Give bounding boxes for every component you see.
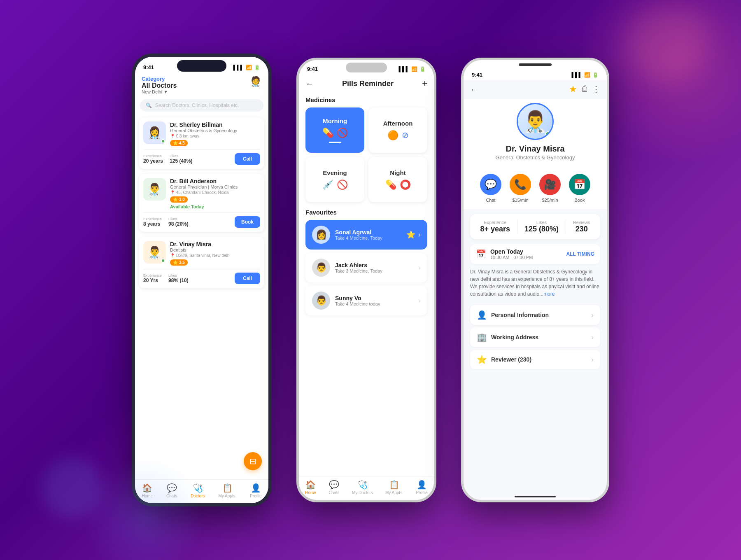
status-time-2: 9:41: [307, 66, 318, 72]
all-timing-link[interactable]: ALL TIMING: [566, 251, 594, 257]
fav-chevron-2: ›: [419, 297, 421, 304]
search-bar-1[interactable]: 🔍 Search Doctors, Clinics, Hospitals etc…: [140, 99, 263, 112]
back-arrow-3[interactable]: ←: [470, 85, 478, 94]
med-card-night[interactable]: Night 💊⭕: [368, 157, 427, 202]
rating-badge-2: ⭐ 3.5: [170, 259, 188, 266]
home-icon-2: 🏠: [305, 480, 316, 490]
medicines-grid: Morning 💊🚫 Afternoon 🟠⊘ Evening: [305, 107, 427, 202]
nav-home-1[interactable]: 🏠 Home: [142, 483, 153, 498]
nav-doctors-1[interactable]: 🩺 Doctors: [191, 483, 205, 498]
nav-appts-2[interactable]: 📋 My Appts.: [385, 480, 403, 495]
action-buttons-row: 💬 Chat 📞 $15/min 🎥 $25/min 📅 Book: [464, 167, 607, 209]
doctor-icon: 🧑‍⚕️: [249, 76, 262, 87]
nav-mydoctors-2[interactable]: 🩺 My Doctors: [352, 480, 373, 495]
stats-row: Experience 8+ years Likes 125 (80%) Revi…: [470, 214, 600, 239]
category-label[interactable]: Category: [142, 76, 177, 82]
fav-card-1[interactable]: 👨 Jack Ahlers Take 3 Medicine, Today ›: [305, 253, 427, 282]
location-text[interactable]: New Delhi ▼: [142, 89, 177, 94]
nav-appts-1[interactable]: 📋 My Appts.: [218, 483, 236, 498]
filter-fab[interactable]: ⊟: [244, 452, 262, 470]
open-today-section: 📅 Open Today 10:30 AM - 07:30 PM ALL TIM…: [470, 244, 600, 264]
profile-name-3: Dr. Vinay Misra: [506, 144, 564, 154]
nav-profile-2[interactable]: 👤 Profile: [416, 480, 427, 495]
nav-chats-1[interactable]: 💬 Chats: [166, 483, 177, 498]
share-icon-3[interactable]: ⎙: [582, 84, 587, 95]
home-bar-line-3: [515, 496, 556, 497]
fav-name-2: Sunny Vo: [335, 295, 414, 301]
nav-profile-1[interactable]: 👤 Profile: [250, 483, 261, 498]
search-placeholder-1: Search Doctors, Clinics, Hospitals etc.: [155, 103, 239, 108]
profile-online-dot: [545, 131, 551, 137]
fav-card-0[interactable]: 👩 Sonal Agrwal Take 4 Medicine, Today ⭐ …: [305, 220, 427, 250]
video-circle: 🎥: [539, 174, 561, 195]
evening-icons: 💉🚫: [322, 180, 348, 190]
status-time-3: 9:41: [472, 72, 482, 78]
fav-avatar-1: 👨: [312, 259, 330, 277]
online-dot-0: [161, 139, 165, 143]
chat-label: Chat: [486, 198, 495, 203]
fav-avatar-0: 👩: [312, 226, 330, 244]
doctor-name-2: Dr. Vinay Misra: [170, 241, 260, 247]
working-address-row[interactable]: 🏢 Working Address ›: [470, 327, 600, 347]
doctor-loc-1: 📍 45, Chandani Chaock, Noida: [170, 190, 260, 195]
med-card-afternoon[interactable]: Afternoon 🟠⊘: [368, 107, 427, 153]
rating-badge-1: ⭐ 3.0: [170, 196, 188, 203]
p2-header: ← Pills Reminder +: [299, 74, 434, 93]
search-icon-1: 🔍: [146, 103, 152, 108]
stats-likes: Likes 125 (80%): [524, 220, 559, 233]
night-icons: 💊⭕: [385, 180, 411, 190]
favourites-section-title: Favourites: [305, 209, 427, 216]
favourite-star-3[interactable]: ★: [569, 84, 577, 95]
personal-info-row[interactable]: 👤 Personal Information ›: [470, 305, 600, 325]
med-card-evening[interactable]: Evening 💉🚫: [305, 157, 364, 202]
video-action-btn[interactable]: 🎥 $25/min: [539, 174, 561, 203]
fav-card-2[interactable]: 👨 Sunny Vo Take 4 Medicine today ›: [305, 286, 427, 315]
medicines-section-title: Medicines: [305, 96, 427, 103]
fav-sub-0: Take 4 Medicine, Today: [335, 236, 401, 240]
rating-badge-0: ⭐ 4.5: [170, 140, 188, 146]
doctor-card-1[interactable]: 👨‍⚕️ Dr. Bill Anderson General Physician…: [139, 174, 264, 232]
doctor-avatar-0: 👩‍⚕️: [143, 121, 166, 144]
profile-spec-3: General Obstetrics & Gynecology: [496, 154, 575, 161]
desc-more-link[interactable]: more: [543, 291, 555, 297]
back-arrow-2[interactable]: ←: [305, 79, 314, 89]
chat-circle: 💬: [480, 174, 501, 195]
call-btn-2[interactable]: Call: [235, 273, 260, 284]
call-action-btn[interactable]: 📞 $15/min: [510, 174, 531, 203]
book-circle: 📅: [569, 174, 590, 195]
personal-info-text: Personal Information: [491, 312, 549, 318]
call-btn-0[interactable]: Call: [235, 153, 260, 165]
fav-chevron-1: ›: [419, 264, 421, 271]
afternoon-label: Afternoon: [383, 120, 413, 127]
fav-avatar-2: 👨: [312, 292, 330, 310]
morning-icons: 💊🚫: [322, 128, 348, 138]
chats-icon-1: 💬: [167, 483, 177, 493]
working-address-text: Working Address: [491, 334, 538, 341]
doctor-avatar-1: 👨‍⚕️: [143, 178, 166, 201]
home-icon-1: 🏠: [142, 483, 152, 493]
chat-action-btn[interactable]: 💬 Chat: [480, 174, 501, 203]
chats-icon-2: 💬: [329, 480, 339, 490]
doctor-loc-0: 📍 0.8 km away: [170, 134, 260, 138]
nav-chats-2[interactable]: 💬 Chats: [329, 480, 339, 495]
book-action-btn[interactable]: 📅 Book: [569, 174, 590, 203]
open-today-label: Open Today: [490, 248, 533, 255]
more-icon-3[interactable]: ⋮: [592, 84, 600, 95]
all-doctors-title: All Doctors: [142, 82, 177, 89]
doctor-card-2[interactable]: 👨‍⚕️ Dr. Vinay Misra Dentists 📍 D28/9, S…: [139, 237, 264, 288]
nav-home-2[interactable]: 🏠 Home: [305, 480, 316, 495]
night-label: Night: [390, 169, 405, 176]
stats-experience: Experience 8+ years: [480, 220, 510, 233]
morning-indicator: [329, 142, 341, 143]
doctor-spec-2: Dentists: [170, 247, 260, 252]
afternoon-icons: 🟠⊘: [387, 130, 409, 141]
evening-label: Evening: [323, 169, 347, 176]
plus-icon-2[interactable]: +: [422, 78, 427, 89]
profile-section: 👨‍⚕️ Dr. Vinay Misra General Obstetrics …: [464, 99, 607, 167]
experience-value: 8+ years: [480, 225, 510, 233]
online-dot-2: [161, 259, 165, 263]
reviewer-row[interactable]: ⭐ Reviewer (230) ›: [470, 350, 600, 369]
doctor-card-0[interactable]: 👩‍⚕️ Dr. Sherley Billman General Obstetr…: [139, 117, 264, 169]
med-card-morning[interactable]: Morning 💊🚫: [305, 107, 364, 153]
book-btn-1[interactable]: Book: [235, 216, 260, 228]
